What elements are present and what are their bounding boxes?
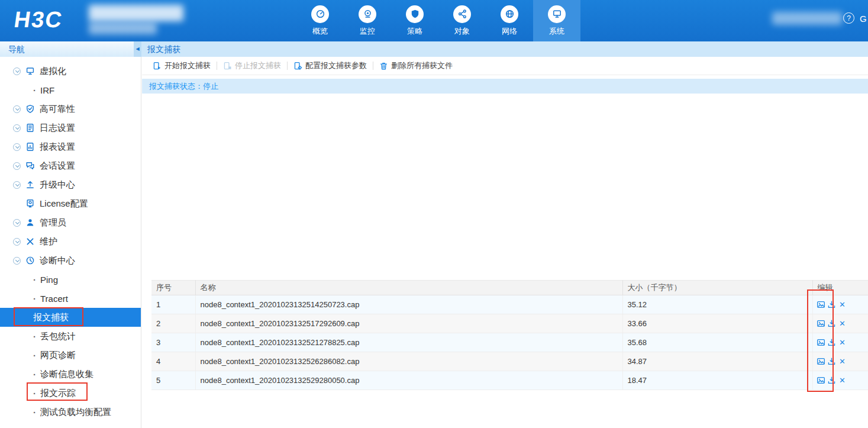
cell-edit: ✕ xyxy=(812,295,868,314)
expand-icon[interactable] xyxy=(13,105,21,113)
main-content: 开始报文捕获 停止报文捕获 配置报文捕获参数 删除所有捕获文件 报文捕获状态：停… xyxy=(142,57,868,428)
sidebar-item-packet-capture[interactable]: 报文捕获 xyxy=(0,308,141,327)
delete-capture-icon[interactable]: ✕ xyxy=(838,319,847,329)
expand-icon[interactable] xyxy=(13,67,21,75)
sidebar-item-irf[interactable]: IRF xyxy=(0,81,141,99)
cell-edit: ✕ xyxy=(812,314,868,333)
sidebar-item-label: 测试负载均衡配置 xyxy=(40,407,111,418)
sidebar-item-tracert[interactable]: Tracert xyxy=(0,289,141,308)
sidebar-item-label: 诊断信息收集 xyxy=(40,369,93,380)
sidebar-item-packet-trace[interactable]: 报文示踪 xyxy=(0,384,141,403)
table-row: 1 node8_context1_20201023132514250723.ca… xyxy=(151,295,868,314)
collapse-sidebar-button[interactable]: ◀ xyxy=(134,41,141,57)
download-capture-icon[interactable] xyxy=(827,300,837,310)
sidebar-item-label: 高可靠性 xyxy=(40,104,75,115)
sidebar-item-log-settings[interactable]: 日志设置 xyxy=(0,118,141,137)
delete-capture-icon[interactable]: ✕ xyxy=(838,300,847,310)
nav-item-policy[interactable]: 策略 xyxy=(391,0,438,41)
sidebar-item-diagnostic-info-collection[interactable]: 诊断信息收集 xyxy=(0,365,141,384)
nav-item-network[interactable]: 网络 xyxy=(486,0,533,41)
chat-bubbles-icon xyxy=(25,161,35,170)
nav-item-overview[interactable]: 概览 xyxy=(296,0,344,41)
expand-icon[interactable] xyxy=(13,181,21,189)
delete-capture-icon[interactable]: ✕ xyxy=(838,376,847,385)
shield-icon xyxy=(406,5,424,23)
webcam-icon xyxy=(359,5,376,23)
capture-status-bar: 报文捕获状态：停止 xyxy=(142,79,868,94)
nav-label: 对象 xyxy=(454,26,470,37)
cell-index: 3 xyxy=(151,333,195,352)
sidebar-item-label: 报表设置 xyxy=(40,141,75,153)
sidebar-item-test-load-balance-config[interactable]: 测试负载均衡配置 xyxy=(0,403,141,421)
expand-icon[interactable] xyxy=(13,162,21,170)
page-tab-title: 报文捕获 xyxy=(141,41,868,57)
log-document-icon xyxy=(25,123,35,133)
sidebar-item-packet-loss-stats[interactable]: 丢包统计 xyxy=(0,327,141,346)
nav-label: 系统 xyxy=(549,26,564,37)
delete-capture-icon[interactable]: ✕ xyxy=(838,338,847,347)
download-capture-icon[interactable] xyxy=(827,319,837,329)
virtualization-icon xyxy=(25,66,35,76)
download-capture-icon[interactable] xyxy=(827,376,837,385)
view-capture-icon[interactable] xyxy=(817,357,826,366)
nav-item-system[interactable]: 系统 xyxy=(533,0,580,41)
expand-icon[interactable] xyxy=(13,124,21,132)
table-row: 5 node8_context1_20201023132529280050.ca… xyxy=(151,371,868,390)
view-capture-icon[interactable] xyxy=(817,376,826,385)
sidebar-item-label: 网页诊断 xyxy=(40,350,76,361)
download-capture-icon[interactable] xyxy=(827,357,837,366)
sidebar-item-label: 维护 xyxy=(40,236,57,247)
cell-name: node8_context1_20201023132517292609.cap xyxy=(195,314,622,333)
expand-icon[interactable] xyxy=(13,238,21,246)
sidebar-item-ping[interactable]: Ping xyxy=(0,270,141,289)
sidebar-item-label: 管理员 xyxy=(40,217,66,229)
view-capture-icon[interactable] xyxy=(817,300,826,310)
nav-item-monitor[interactable]: 监控 xyxy=(344,0,391,41)
sidebar-item-maintenance[interactable]: 维护 xyxy=(0,232,141,251)
view-capture-icon[interactable] xyxy=(817,338,826,347)
blurred-device-name xyxy=(89,5,183,21)
expand-icon[interactable] xyxy=(13,143,21,151)
trash-icon xyxy=(379,62,388,70)
expand-icon[interactable] xyxy=(13,257,21,265)
capture-status-label: 报文捕获状态： xyxy=(149,82,203,91)
cell-index: 1 xyxy=(151,295,195,314)
sidebar-item-diagnostic-center[interactable]: 诊断中心 xyxy=(0,251,141,270)
sidebar-item-label: 虚拟化 xyxy=(40,66,66,77)
help-icon[interactable]: ? xyxy=(843,12,854,24)
cell-index: 2 xyxy=(151,314,195,333)
delete-all-capture-files-button[interactable]: 删除所有捕获文件 xyxy=(373,60,459,71)
capture-toolbar: 开始报文捕获 停止报文捕获 配置报文捕获参数 删除所有捕获文件 xyxy=(142,57,868,75)
blurred-device-subtitle xyxy=(89,22,157,34)
nav-item-object[interactable]: 对象 xyxy=(438,0,486,41)
delete-capture-icon[interactable]: ✕ xyxy=(838,357,847,366)
sidebar-item-label: 丢包统计 xyxy=(40,331,76,342)
configure-capture-params-button[interactable]: 配置报文捕获参数 xyxy=(288,60,373,71)
sidebar-item-virtualization[interactable]: 虚拟化 xyxy=(0,62,141,81)
nav-label: 概览 xyxy=(312,26,328,37)
system-monitor-icon xyxy=(548,5,566,23)
stop-capture-button[interactable]: 停止报文捕获 xyxy=(217,60,287,71)
sidebar-item-label: Ping xyxy=(40,275,58,285)
topbar: H3C 概览 监控 策略 xyxy=(0,0,868,41)
view-capture-icon[interactable] xyxy=(817,319,826,329)
table-row: 2 node8_context1_20201023132517292609.ca… xyxy=(151,314,868,333)
upload-icon xyxy=(25,180,35,189)
sidebar-item-report-settings[interactable]: 报表设置 xyxy=(0,137,141,156)
topbar-right-partial-text: G xyxy=(860,14,867,24)
sidebar-item-web-diagnosis[interactable]: 网页诊断 xyxy=(0,346,141,365)
sidebar-nav: 虚拟化 IRF 高可靠性 日志设置 报表设置 会话设置 升级中心 xyxy=(0,57,141,428)
person-icon xyxy=(25,218,35,227)
top-nav: 概览 监控 策略 对象 xyxy=(296,0,580,41)
sidebar-item-label: IRF xyxy=(40,85,54,95)
download-capture-icon[interactable] xyxy=(827,338,837,347)
sidebar-item-high-availability[interactable]: 高可靠性 xyxy=(0,99,141,118)
start-capture-button[interactable]: 开始报文捕获 xyxy=(147,60,217,71)
expand-icon[interactable] xyxy=(13,219,21,227)
sidebar-item-upgrade-center[interactable]: 升级中心 xyxy=(0,175,141,194)
capture-files-table: 序号 名称 大小（千字节） 编辑 1 node8_context1_202010… xyxy=(151,280,868,390)
sidebar-item-label: 会话设置 xyxy=(40,160,75,172)
sidebar-item-session-settings[interactable]: 会话设置 xyxy=(0,156,141,175)
sidebar-item-license-config[interactable]: License配置 xyxy=(0,194,141,213)
sidebar-item-administrator[interactable]: 管理员 xyxy=(0,213,141,232)
